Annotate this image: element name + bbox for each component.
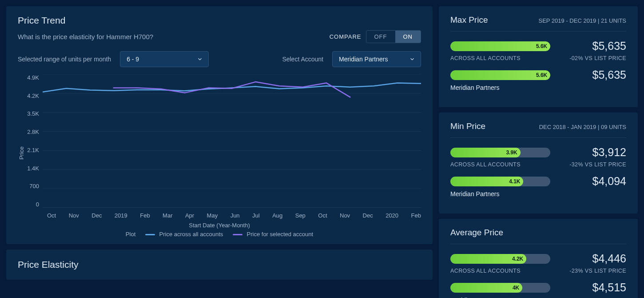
compare-label: COMPARE [330,33,362,40]
price-trend-panel: Price Trend What is the price elasticity… [6,6,433,244]
legend-swatch-all [145,234,155,235]
panel-subtitle: What is the price elasticity for Hammer … [18,33,153,40]
stat-delta: -02% VS LIST PRICE [569,55,626,61]
stat-caption: Meridian Partners [450,190,550,197]
stat-price: $5,635 [558,40,626,52]
stat-row: 5.6K$5,635 [450,40,626,52]
stat-delta: -23% VS LIST PRICE [569,268,626,274]
stat-pill: 4.1K [450,177,550,186]
price-trend-chart: Price 4.9K4.2K3.5K2.8K2.1K1.4K7000 OctNo… [18,71,421,235]
panel-title: Price Trend [18,15,421,26]
compare-toggle[interactable]: OFF ON [366,30,421,43]
range-label: Selected range of units per month [18,56,111,63]
legend-swatch-selected [233,234,242,235]
stat-pill: 4K [450,283,550,293]
stat-delta: -32% VS LIST PRICE [569,161,626,168]
card-meta: DEC 2018 - JAN 2019 | 09 UNITS [539,124,626,130]
stat-row: 4.1K$4,094 [450,175,626,188]
stat-pill: 5.6K [450,41,550,51]
x-axis: OctNovDec2019FebMarAprMayJunJulAugSepOct… [47,212,421,219]
chart-plot [43,74,421,208]
account-label: Select Account [282,56,323,63]
stat-caption: Meridian Partners [450,84,550,91]
stat-price: $4,515 [558,281,626,294]
stat-pill: 4.2K [450,254,550,264]
stat-card: Max PriceSEP 2019 - DEC 2019 | 21 UNITS5… [439,6,638,107]
stat-price: $3,912 [558,146,626,159]
compare-off[interactable]: OFF [366,31,395,43]
chart-legend: Plot Price across all accounts Price for… [18,231,421,238]
x-axis-label: Start Date (Year-Month) [18,222,421,229]
price-elasticity-panel: Price Elasticity [6,250,433,280]
range-select[interactable]: 6 - 9 [120,51,209,67]
stat-row: 5.6K$5,635 [450,68,626,81]
stat-row: 4K$4,515 [450,281,626,294]
stat-price: $4,094 [558,175,626,188]
stat-row: 3.9K$3,912 [450,146,626,159]
stat-card: Min PriceDEC 2018 - JAN 2019 | 09 UNITS3… [439,113,638,213]
stat-caption: ACROSS ALL ACCOUNTS [450,268,521,274]
stat-price: $5,635 [558,68,626,81]
card-title: Max Price [450,15,488,25]
compare-on[interactable]: ON [395,31,421,43]
chevron-down-icon [197,56,203,62]
card-title: Average Price [450,228,503,238]
chevron-down-icon [409,56,415,62]
stat-pill: 3.9K [450,148,550,157]
stat-caption: ACROSS ALL ACCOUNTS [450,55,521,61]
card-title: Min Price [450,121,485,131]
stat-caption: ACROSS ALL ACCOUNTS [450,161,521,168]
stat-price: $4,446 [558,252,626,265]
account-select[interactable]: Meridian Partners [332,51,421,67]
card-meta: SEP 2019 - DEC 2019 | 21 UNITS [538,17,626,24]
y-axis: 4.9K4.2K3.5K2.8K2.1K1.4K7000 [18,74,43,208]
stat-row: 4.2K$4,446 [450,252,626,265]
stat-pill: 5.6K [450,70,550,80]
stat-card: Average Price4.2K$4,446ACROSS ALL ACCOUN… [439,219,638,298]
elasticity-title: Price Elasticity [18,259,421,270]
